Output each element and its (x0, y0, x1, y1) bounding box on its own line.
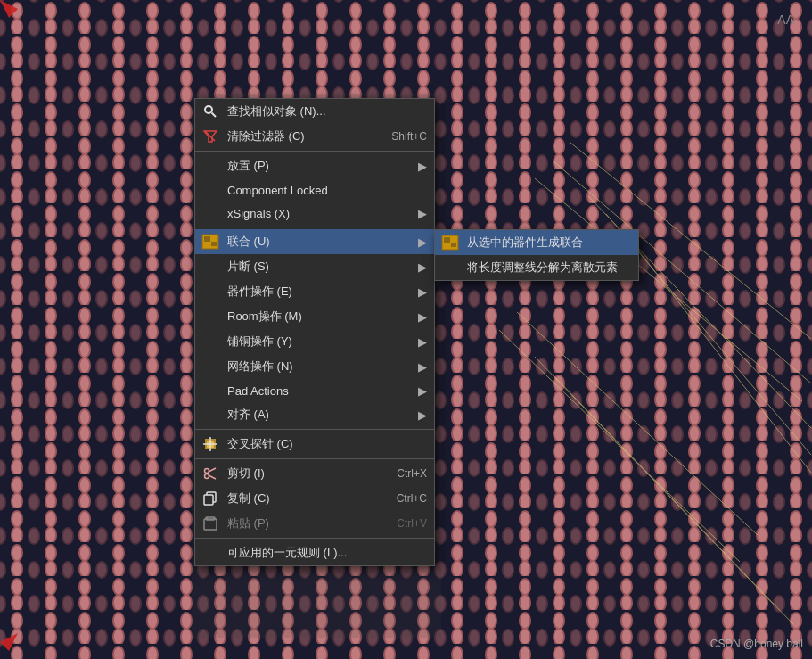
arrow-align: ▶ (409, 408, 427, 422)
arrow-copper-ops: ▶ (409, 335, 427, 349)
menu-item-net-ops[interactable]: 网络操作 (N) ▶ (195, 354, 434, 379)
shortcut-copy: Ctrl+C (370, 492, 427, 505)
menu-item-applicable-rule[interactable]: 可应用的一元规则 (L)... (195, 540, 434, 565)
menu-label-fragment: 片断 (S) (227, 259, 269, 275)
menu-item-xsignals[interactable]: xSignals (X) ▶ (195, 202, 434, 225)
menu-label-component-ops: 器件操作 (E) (227, 284, 292, 300)
context-menu: 查找相似对象 (N)... 清除过滤器 (C) Shift+C 放置 (P) ▶… (194, 98, 435, 566)
arrow-fragment: ▶ (409, 260, 427, 274)
copy-icon (201, 489, 220, 508)
arrow-union: ▶ (409, 235, 427, 249)
menu-label-align: 对齐 (A) (227, 407, 269, 423)
menu-item-component-ops[interactable]: 器件操作 (E) ▶ (195, 279, 434, 304)
divider-1 (195, 151, 434, 152)
menu-item-union[interactable]: 联合 (U) ▶ 从选中的器件生成联合 将长度调整线分解为离散元素 (195, 229, 434, 254)
submenu-label-make-union: 从选中的器件生成联合 (467, 235, 583, 251)
menu-label-copy: 复制 (C) (227, 490, 270, 507)
menu-label-pad-actions: Pad Actions (227, 384, 289, 398)
shortcut-clear-filter: Shift+C (365, 130, 427, 143)
svg-line-38 (209, 468, 216, 472)
paste-icon (201, 514, 220, 533)
menu-label-component-locked: Component Locked (227, 184, 328, 197)
arrow-pad-actions: ▶ (409, 384, 427, 398)
menu-item-paste[interactable]: 粘贴 (P) Ctrl+V (195, 511, 434, 536)
submenu-item-decompose[interactable]: 将长度调整线分解为离散元素 (435, 255, 638, 280)
menu-label-paste: 粘贴 (P) (227, 515, 269, 531)
menu-label-place: 放置 (P) (227, 158, 269, 174)
scissors-icon (201, 464, 220, 483)
arrow-net-ops: ▶ (409, 360, 427, 374)
svg-rect-28 (211, 242, 217, 246)
arrow-xsignals: ▶ (409, 207, 427, 220)
svg-point-36 (205, 469, 209, 474)
divider-2 (195, 227, 434, 227)
svg-rect-41 (204, 495, 213, 505)
svg-rect-30 (444, 237, 450, 243)
menu-item-room-ops[interactable]: Room操作 (M) ▶ (195, 304, 434, 329)
menu-label-cut: 剪切 (I) (227, 465, 265, 482)
crosshair-icon (201, 434, 220, 454)
svg-line-39 (209, 475, 216, 479)
submenu-item-make-union[interactable]: 从选中的器件生成联合 (435, 230, 638, 255)
submenu-label-decompose: 将长度调整线分解为离散元素 (467, 259, 618, 276)
menu-label-copper-ops: 铺铜操作 (Y) (227, 334, 292, 350)
menu-item-fragment[interactable]: 片断 (S) ▶ (195, 254, 434, 279)
menu-item-copy[interactable]: 复制 (C) Ctrl+C (195, 486, 434, 511)
divider-5 (195, 538, 434, 539)
shortcut-paste: Ctrl+V (370, 517, 427, 530)
svg-rect-31 (451, 243, 456, 247)
menu-label-room-ops: Room操作 (M) (227, 309, 302, 325)
menu-label-net-ops: 网络操作 (N) (227, 358, 293, 375)
menu-item-cross-probe[interactable]: 交叉探针 (C) (195, 432, 434, 457)
svg-line-23 (212, 113, 217, 118)
menu-item-clear-filter[interactable]: 清除过滤器 (C) Shift+C (195, 124, 434, 149)
union-icon (201, 232, 220, 251)
menu-item-place[interactable]: 放置 (P) ▶ (195, 153, 434, 178)
arrow-component-ops: ▶ (409, 285, 427, 299)
svg-point-22 (205, 106, 212, 113)
svg-rect-27 (204, 236, 210, 242)
menu-label-applicable-rule: 可应用的一元规则 (L)... (227, 545, 347, 561)
menu-item-align[interactable]: 对齐 (A) ▶ (195, 402, 434, 427)
submenu-union: 从选中的器件生成联合 将长度调整线分解为离散元素 (434, 229, 639, 281)
menu-item-cut[interactable]: 剪切 (I) Ctrl+X (195, 461, 434, 486)
search-icon (201, 102, 220, 121)
watermark: CSDN @honey ball (710, 638, 803, 650)
menu-item-component-locked[interactable]: Component Locked (195, 178, 434, 202)
menu-item-copper-ops[interactable]: 铺铜操作 (Y) ▶ (195, 329, 434, 354)
make-union-icon (440, 233, 460, 252)
menu-item-pad-actions[interactable]: Pad Actions ▶ (195, 379, 434, 402)
menu-label-find-similar: 查找相似对象 (N)... (227, 103, 326, 119)
aa-text: AA (777, 12, 794, 27)
svg-rect-43 (204, 519, 217, 530)
svg-point-37 (205, 474, 209, 479)
divider-3 (195, 429, 434, 430)
divider-4 (195, 458, 434, 459)
menu-label-clear-filter: 清除过滤器 (C) (227, 128, 305, 144)
svg-line-25 (206, 132, 215, 141)
menu-label-cross-probe: 交叉探针 (C) (227, 436, 293, 452)
menu-item-find-similar[interactable]: 查找相似对象 (N)... (195, 99, 434, 124)
arrow-room-ops: ▶ (409, 310, 427, 324)
arrow-place: ▶ (409, 160, 427, 173)
filter-icon (201, 127, 220, 146)
menu-label-union: 联合 (U) (227, 234, 270, 250)
menu-label-xsignals: xSignals (X) (227, 207, 290, 220)
shortcut-cut: Ctrl+X (370, 467, 427, 480)
